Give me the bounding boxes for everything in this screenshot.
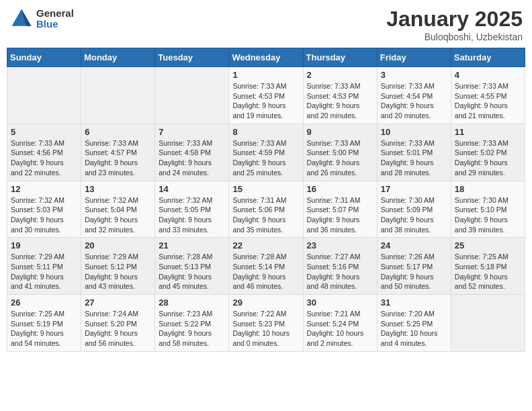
calendar-cell: 22Sunrise: 7:28 AM Sunset: 5:14 PM Dayli… bbox=[229, 238, 303, 295]
day-number: 13 bbox=[85, 184, 151, 194]
calendar-week-2: 5Sunrise: 7:33 AM Sunset: 4:56 PM Daylig… bbox=[7, 124, 525, 181]
day-info: Sunrise: 7:29 AM Sunset: 5:12 PM Dayligh… bbox=[85, 252, 151, 291]
day-number: 30 bbox=[307, 298, 373, 308]
day-number: 3 bbox=[381, 70, 447, 80]
day-number: 24 bbox=[381, 240, 447, 250]
day-number: 6 bbox=[85, 127, 151, 137]
calendar-table: SundayMondayTuesdayWednesdayThursdayFrid… bbox=[7, 48, 525, 352]
day-number: 18 bbox=[455, 184, 521, 194]
day-number: 16 bbox=[307, 184, 373, 194]
day-info: Sunrise: 7:33 AM Sunset: 4:57 PM Dayligh… bbox=[85, 138, 151, 178]
calendar-week-4: 19Sunrise: 7:29 AM Sunset: 5:11 PM Dayli… bbox=[7, 238, 525, 295]
calendar-cell: 5Sunrise: 7:33 AM Sunset: 4:56 PM Daylig… bbox=[7, 124, 81, 181]
calendar-cell: 20Sunrise: 7:29 AM Sunset: 5:12 PM Dayli… bbox=[81, 238, 155, 295]
calendar-cell: 4Sunrise: 7:33 AM Sunset: 4:55 PM Daylig… bbox=[451, 67, 525, 124]
calendar-cell bbox=[81, 67, 155, 124]
day-info: Sunrise: 7:28 AM Sunset: 5:13 PM Dayligh… bbox=[159, 252, 225, 291]
day-info: Sunrise: 7:33 AM Sunset: 4:53 PM Dayligh… bbox=[232, 81, 299, 121]
day-info: Sunrise: 7:27 AM Sunset: 5:16 PM Dayligh… bbox=[307, 252, 373, 291]
day-info: Sunrise: 7:33 AM Sunset: 5:00 PM Dayligh… bbox=[307, 138, 373, 178]
day-info: Sunrise: 7:32 AM Sunset: 5:04 PM Dayligh… bbox=[85, 195, 151, 235]
weekday-header-thursday: Thursday bbox=[303, 48, 377, 67]
page-header: General Blue January 2025 Buloqboshi, Uz… bbox=[7, 7, 525, 42]
day-info: Sunrise: 7:33 AM Sunset: 4:59 PM Dayligh… bbox=[232, 138, 299, 178]
logo-text: General Blue bbox=[36, 8, 74, 30]
weekday-header-friday: Friday bbox=[377, 48, 451, 67]
calendar-cell: 11Sunrise: 7:33 AM Sunset: 5:02 PM Dayli… bbox=[451, 124, 525, 181]
calendar-location: Buloqboshi, Uzbekistan bbox=[386, 32, 523, 42]
day-number: 21 bbox=[159, 240, 225, 250]
day-number: 14 bbox=[159, 184, 225, 194]
calendar-cell: 15Sunrise: 7:31 AM Sunset: 5:06 PM Dayli… bbox=[229, 181, 303, 238]
calendar-cell: 2Sunrise: 7:33 AM Sunset: 4:53 PM Daylig… bbox=[303, 67, 377, 124]
day-number: 20 bbox=[85, 240, 151, 250]
calendar-cell: 19Sunrise: 7:29 AM Sunset: 5:11 PM Dayli… bbox=[7, 238, 81, 295]
calendar-cell: 6Sunrise: 7:33 AM Sunset: 4:57 PM Daylig… bbox=[81, 124, 155, 181]
weekday-header-sunday: Sunday bbox=[7, 48, 81, 67]
day-info: Sunrise: 7:24 AM Sunset: 5:20 PM Dayligh… bbox=[85, 309, 151, 349]
weekday-header-row: SundayMondayTuesdayWednesdayThursdayFrid… bbox=[7, 48, 525, 67]
calendar-cell: 13Sunrise: 7:32 AM Sunset: 5:04 PM Dayli… bbox=[81, 181, 155, 238]
day-info: Sunrise: 7:33 AM Sunset: 4:53 PM Dayligh… bbox=[307, 81, 373, 121]
day-info: Sunrise: 7:32 AM Sunset: 5:03 PM Dayligh… bbox=[11, 195, 77, 235]
day-number: 4 bbox=[455, 70, 521, 80]
calendar-cell: 7Sunrise: 7:33 AM Sunset: 4:58 PM Daylig… bbox=[155, 124, 229, 181]
day-info: Sunrise: 7:32 AM Sunset: 5:05 PM Dayligh… bbox=[159, 195, 225, 235]
day-info: Sunrise: 7:30 AM Sunset: 5:09 PM Dayligh… bbox=[381, 195, 447, 235]
calendar-week-5: 26Sunrise: 7:25 AM Sunset: 5:19 PM Dayli… bbox=[7, 295, 525, 352]
day-info: Sunrise: 7:22 AM Sunset: 5:23 PM Dayligh… bbox=[232, 309, 299, 349]
day-number: 15 bbox=[232, 184, 299, 194]
logo: General Blue bbox=[9, 7, 74, 31]
calendar-cell: 21Sunrise: 7:28 AM Sunset: 5:13 PM Dayli… bbox=[155, 238, 229, 295]
day-info: Sunrise: 7:31 AM Sunset: 5:06 PM Dayligh… bbox=[232, 195, 299, 235]
day-number: 22 bbox=[232, 240, 299, 250]
day-number: 7 bbox=[159, 127, 225, 137]
day-number: 9 bbox=[307, 127, 373, 137]
calendar-cell: 1Sunrise: 7:33 AM Sunset: 4:53 PM Daylig… bbox=[229, 67, 303, 124]
calendar-cell: 29Sunrise: 7:22 AM Sunset: 5:23 PM Dayli… bbox=[229, 295, 303, 352]
day-number: 10 bbox=[381, 127, 447, 137]
calendar-title: January 2025 bbox=[386, 7, 523, 32]
title-block: January 2025 Buloqboshi, Uzbekistan bbox=[386, 7, 523, 42]
day-number: 8 bbox=[232, 127, 299, 137]
calendar-cell: 31Sunrise: 7:20 AM Sunset: 5:25 PM Dayli… bbox=[377, 295, 451, 352]
day-number: 29 bbox=[232, 298, 299, 308]
logo-general-text: General bbox=[36, 8, 74, 19]
calendar-cell: 9Sunrise: 7:33 AM Sunset: 5:00 PM Daylig… bbox=[303, 124, 377, 181]
calendar-cell: 24Sunrise: 7:26 AM Sunset: 5:17 PM Dayli… bbox=[377, 238, 451, 295]
day-number: 12 bbox=[11, 184, 77, 194]
calendar-cell: 28Sunrise: 7:23 AM Sunset: 5:22 PM Dayli… bbox=[155, 295, 229, 352]
calendar-cell: 23Sunrise: 7:27 AM Sunset: 5:16 PM Dayli… bbox=[303, 238, 377, 295]
day-info: Sunrise: 7:21 AM Sunset: 5:24 PM Dayligh… bbox=[307, 309, 373, 349]
weekday-header-tuesday: Tuesday bbox=[155, 48, 229, 67]
day-info: Sunrise: 7:33 AM Sunset: 4:55 PM Dayligh… bbox=[455, 81, 521, 121]
day-info: Sunrise: 7:33 AM Sunset: 4:58 PM Dayligh… bbox=[159, 138, 225, 178]
calendar-cell: 18Sunrise: 7:30 AM Sunset: 5:10 PM Dayli… bbox=[451, 181, 525, 238]
calendar-cell: 30Sunrise: 7:21 AM Sunset: 5:24 PM Dayli… bbox=[303, 295, 377, 352]
calendar-cell: 14Sunrise: 7:32 AM Sunset: 5:05 PM Dayli… bbox=[155, 181, 229, 238]
day-number: 11 bbox=[455, 127, 521, 137]
calendar-cell: 26Sunrise: 7:25 AM Sunset: 5:19 PM Dayli… bbox=[7, 295, 81, 352]
calendar-cell bbox=[7, 67, 81, 124]
logo-blue-text: Blue bbox=[36, 19, 74, 30]
weekday-header-wednesday: Wednesday bbox=[229, 48, 303, 67]
weekday-header-saturday: Saturday bbox=[451, 48, 525, 67]
calendar-cell bbox=[155, 67, 229, 124]
day-number: 19 bbox=[11, 240, 77, 250]
calendar-week-1: 1Sunrise: 7:33 AM Sunset: 4:53 PM Daylig… bbox=[7, 67, 525, 124]
day-info: Sunrise: 7:29 AM Sunset: 5:11 PM Dayligh… bbox=[11, 252, 77, 291]
calendar-week-3: 12Sunrise: 7:32 AM Sunset: 5:03 PM Dayli… bbox=[7, 181, 525, 238]
calendar-cell: 27Sunrise: 7:24 AM Sunset: 5:20 PM Dayli… bbox=[81, 295, 155, 352]
weekday-header-monday: Monday bbox=[81, 48, 155, 67]
day-number: 1 bbox=[232, 70, 299, 80]
day-info: Sunrise: 7:33 AM Sunset: 4:54 PM Dayligh… bbox=[381, 81, 447, 121]
day-number: 26 bbox=[11, 298, 77, 308]
calendar-cell bbox=[451, 295, 525, 352]
calendar-cell: 12Sunrise: 7:32 AM Sunset: 5:03 PM Dayli… bbox=[7, 181, 81, 238]
calendar-cell: 3Sunrise: 7:33 AM Sunset: 4:54 PM Daylig… bbox=[377, 67, 451, 124]
day-info: Sunrise: 7:26 AM Sunset: 5:17 PM Dayligh… bbox=[381, 252, 447, 291]
day-info: Sunrise: 7:31 AM Sunset: 5:07 PM Dayligh… bbox=[307, 195, 373, 235]
day-info: Sunrise: 7:25 AM Sunset: 5:18 PM Dayligh… bbox=[455, 252, 521, 291]
day-info: Sunrise: 7:33 AM Sunset: 5:01 PM Dayligh… bbox=[381, 138, 447, 178]
day-number: 27 bbox=[85, 298, 151, 308]
